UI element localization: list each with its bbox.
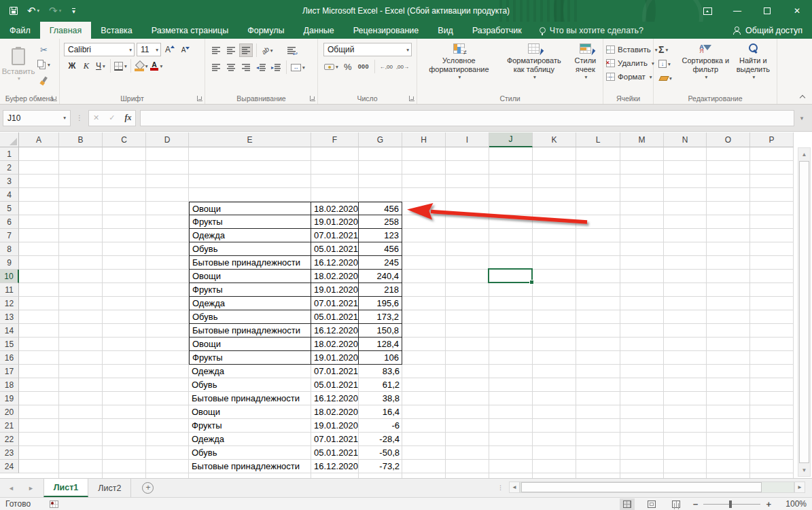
cell-E16[interactable]: Фрукты xyxy=(189,351,311,365)
format-as-table-button[interactable]: Форматировать как таблицу▾ xyxy=(502,41,566,92)
row-header-16[interactable]: 16 xyxy=(0,351,19,365)
cell-E14[interactable]: Бытовые принадлежности xyxy=(189,324,311,338)
cell-G18[interactable]: 61,2 xyxy=(359,378,402,392)
cell-E11[interactable]: Фрукты xyxy=(189,283,311,297)
column-header-L[interactable]: L xyxy=(576,132,620,147)
column-header-M[interactable]: M xyxy=(620,132,664,147)
zoom-slider[interactable] xyxy=(703,504,760,505)
row-header-18[interactable]: 18 xyxy=(0,378,19,392)
cell-E12[interactable]: Одежда xyxy=(189,297,311,310)
cell-G9[interactable]: 245 xyxy=(359,256,402,270)
ribbon-tab-1[interactable]: Главная xyxy=(40,22,92,39)
wrap-text-button[interactable] xyxy=(285,43,298,57)
clear-button[interactable]: ▾ xyxy=(656,71,677,85)
row-header-1[interactable]: 1 xyxy=(0,147,19,161)
scroll-up-icon[interactable]: ▲ xyxy=(798,148,810,160)
autosum-button[interactable]: Σ▾ xyxy=(656,43,677,56)
cell-E6[interactable]: Фрукты xyxy=(189,215,311,229)
bold-button[interactable]: Ж xyxy=(65,59,79,73)
cell-G20[interactable]: 16,4 xyxy=(359,405,402,419)
cell-F17[interactable]: 07.01.2021 xyxy=(311,365,359,378)
cell-E8[interactable]: Обувь xyxy=(189,242,311,256)
undo-button[interactable]: ↶▾ xyxy=(27,7,39,15)
column-header-P[interactable]: P xyxy=(750,132,794,147)
cell-E15[interactable]: Овощи xyxy=(189,338,311,351)
vertical-scroll-thumb[interactable] xyxy=(799,161,809,463)
format-cells-button[interactable]: Формат▾ xyxy=(606,70,651,84)
cell-E22[interactable]: Одежда xyxy=(189,433,311,446)
underline-button[interactable]: Ч▾ xyxy=(94,59,107,73)
maximize-button[interactable] xyxy=(752,0,782,22)
sort-filter-button[interactable]: АЯ Сортировка и фильтр▾ xyxy=(679,41,732,92)
borders-button[interactable]: ▾ xyxy=(113,59,128,73)
merge-center-button[interactable]: ↔▾ xyxy=(290,60,306,74)
decrease-font-button[interactable]: А xyxy=(179,43,192,56)
delete-cells-button[interactable]: Удалить▾ xyxy=(606,56,651,70)
ribbon-tab-4[interactable]: Формулы xyxy=(238,22,294,39)
cell-F14[interactable]: 16.12.2020 xyxy=(311,324,359,338)
row-header-3[interactable]: 3 xyxy=(0,175,19,188)
cell-G24[interactable]: -73,2 xyxy=(359,460,402,473)
cell-G13[interactable]: 173,2 xyxy=(359,310,402,324)
column-header-F[interactable]: F xyxy=(311,132,359,147)
cell-G15[interactable]: 128,4 xyxy=(359,338,402,351)
cell-F13[interactable]: 05.01.2021 xyxy=(311,310,359,324)
row-header-22[interactable]: 22 xyxy=(0,433,19,446)
new-sheet-button[interactable]: + xyxy=(142,482,154,494)
scroll-left-icon[interactable]: ◄ xyxy=(509,481,520,493)
cell-G22[interactable]: -28,4 xyxy=(359,433,402,446)
cell-E19[interactable]: Бытовые принадлежности xyxy=(189,392,311,405)
cell-G8[interactable]: 456 xyxy=(359,242,402,256)
font-dialog-launcher-icon[interactable] xyxy=(197,96,202,101)
row-header-19[interactable]: 19 xyxy=(0,392,19,405)
sheet-tab-1[interactable]: Лист1 xyxy=(43,479,88,497)
view-normal-button[interactable] xyxy=(620,498,635,510)
cell-E18[interactable]: Обувь xyxy=(189,378,311,392)
cell-F7[interactable]: 07.01.2021 xyxy=(311,229,359,242)
sheet-nav-left-icon[interactable]: ◄ xyxy=(8,485,14,492)
cell-G14[interactable]: 150,8 xyxy=(359,324,402,338)
increase-decimal-button[interactable]: ←,00 xyxy=(379,60,393,73)
cell-G11[interactable]: 218 xyxy=(359,283,402,297)
column-header-A[interactable]: A xyxy=(19,132,59,147)
undo-dropdown-caret[interactable]: ▾ xyxy=(37,8,40,14)
row-header-9[interactable]: 9 xyxy=(0,256,19,270)
minimize-button[interactable]: — xyxy=(722,0,752,22)
increase-font-button[interactable]: А xyxy=(163,43,177,56)
cell-F8[interactable]: 05.01.2021 xyxy=(311,242,359,256)
align-center-button[interactable] xyxy=(224,60,238,74)
column-header-C[interactable]: C xyxy=(103,132,146,147)
cell-G16[interactable]: 106 xyxy=(359,351,402,365)
percent-style-button[interactable]: % xyxy=(341,60,355,73)
row-header-21[interactable]: 21 xyxy=(0,419,19,433)
align-middle-button[interactable] xyxy=(224,43,238,57)
row-header-8[interactable]: 8 xyxy=(0,242,19,256)
vertical-scrollbar[interactable]: ▲ ▼ xyxy=(798,147,811,477)
cell-E21[interactable]: Фрукты xyxy=(189,419,311,433)
row-header-17[interactable]: 17 xyxy=(0,365,19,378)
cell-E10[interactable]: Овощи xyxy=(189,270,311,283)
cell-E9[interactable]: Бытовые принадлежности xyxy=(189,256,311,270)
cell-F19[interactable]: 16.12.2020 xyxy=(311,392,359,405)
row-header-13[interactable]: 13 xyxy=(0,310,19,324)
cell-E17[interactable]: Одежда xyxy=(189,365,311,378)
row-header-14[interactable]: 14 xyxy=(0,324,19,338)
column-header-I[interactable]: I xyxy=(446,132,489,147)
cell-F9[interactable]: 16.12.2020 xyxy=(311,256,359,270)
cell-G7[interactable]: 123 xyxy=(359,229,402,242)
cell-F11[interactable]: 19.01.2020 xyxy=(311,283,359,297)
view-page-break-button[interactable] xyxy=(669,498,684,510)
font-name-combo[interactable]: Calibri▾ xyxy=(64,43,135,56)
cell-G23[interactable]: -50,8 xyxy=(359,446,402,460)
cell-F6[interactable]: 19.01.2020 xyxy=(311,215,359,229)
ribbon-tab-5[interactable]: Данные xyxy=(294,22,344,39)
cell-G10[interactable]: 240,4 xyxy=(359,270,402,283)
cell-E20[interactable]: Овощи xyxy=(189,405,311,419)
column-header-O[interactable]: O xyxy=(707,132,750,147)
cell-F15[interactable]: 18.02.2020 xyxy=(311,338,359,351)
column-header-B[interactable]: B xyxy=(59,132,103,147)
align-top-button[interactable] xyxy=(209,43,223,57)
zoom-slider-thumb[interactable] xyxy=(729,500,732,508)
macro-record-icon[interactable] xyxy=(50,500,58,508)
horizontal-scroll-thumb[interactable] xyxy=(521,482,762,492)
